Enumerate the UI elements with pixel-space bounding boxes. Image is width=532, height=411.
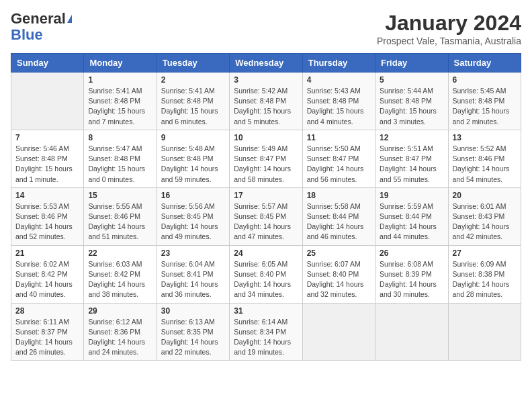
- cell-info: Sunrise: 6:11 AMSunset: 8:37 PMDaylight:…: [15, 317, 79, 358]
- logo-icon: [67, 15, 72, 23]
- page-header: General Blue January 2024 Prospect Vale,…: [11, 11, 521, 46]
- calendar-cell: 29Sunrise: 6:12 AMSunset: 8:36 PMDayligh…: [84, 303, 157, 361]
- cell-info: Sunrise: 5:50 AMSunset: 8:47 PMDaylight:…: [307, 144, 371, 185]
- cell-info: Sunrise: 5:43 AMSunset: 8:48 PMDaylight:…: [307, 86, 371, 127]
- cell-info: Sunrise: 5:41 AMSunset: 8:48 PMDaylight:…: [88, 86, 152, 127]
- calendar-cell: 15Sunrise: 5:55 AMSunset: 8:46 PMDayligh…: [84, 187, 157, 245]
- cell-info: Sunrise: 5:41 AMSunset: 8:48 PMDaylight:…: [161, 86, 225, 127]
- header-friday: Friday: [375, 54, 448, 73]
- day-number: 31: [234, 306, 298, 316]
- day-number: 16: [161, 191, 225, 200]
- day-number: 19: [380, 191, 443, 200]
- cell-info: Sunrise: 5:48 AMSunset: 8:48 PMDaylight:…: [161, 144, 225, 185]
- cell-info: Sunrise: 6:03 AMSunset: 8:42 PMDaylight:…: [88, 259, 152, 300]
- calendar-cell: 5Sunrise: 5:44 AMSunset: 8:48 PMDaylight…: [375, 73, 448, 130]
- calendar-cell: [375, 303, 448, 361]
- calendar-cell: 9Sunrise: 5:48 AMSunset: 8:48 PMDaylight…: [157, 130, 229, 187]
- calendar-cell: [11, 73, 84, 130]
- calendar-week-row: 14Sunrise: 5:53 AMSunset: 8:46 PMDayligh…: [11, 187, 521, 245]
- day-number: 24: [234, 248, 298, 258]
- calendar-cell: 18Sunrise: 5:58 AMSunset: 8:44 PMDayligh…: [302, 187, 375, 245]
- cell-info: Sunrise: 6:13 AMSunset: 8:35 PMDaylight:…: [161, 317, 225, 358]
- day-number: 10: [234, 133, 298, 142]
- calendar-title: January 2024: [377, 11, 521, 36]
- cell-info: Sunrise: 6:12 AMSunset: 8:36 PMDaylight:…: [88, 317, 152, 358]
- calendar-cell: 16Sunrise: 5:56 AMSunset: 8:45 PMDayligh…: [157, 187, 229, 245]
- calendar-week-row: 1Sunrise: 5:41 AMSunset: 8:48 PMDaylight…: [11, 73, 521, 130]
- calendar-cell: 2Sunrise: 5:41 AMSunset: 8:48 PMDaylight…: [157, 73, 229, 130]
- cell-info: Sunrise: 5:52 AMSunset: 8:46 PMDaylight:…: [453, 144, 517, 185]
- cell-info: Sunrise: 5:53 AMSunset: 8:46 PMDaylight:…: [15, 201, 79, 242]
- cell-info: Sunrise: 5:46 AMSunset: 8:48 PMDaylight:…: [15, 144, 79, 185]
- cell-info: Sunrise: 5:45 AMSunset: 8:48 PMDaylight:…: [453, 86, 517, 127]
- day-number: 8: [88, 133, 152, 142]
- day-number: 9: [161, 133, 225, 142]
- cell-info: Sunrise: 5:42 AMSunset: 8:48 PMDaylight:…: [234, 86, 298, 127]
- day-number: 27: [453, 248, 517, 258]
- cell-info: Sunrise: 5:51 AMSunset: 8:47 PMDaylight:…: [380, 144, 443, 185]
- calendar-cell: 19Sunrise: 5:59 AMSunset: 8:44 PMDayligh…: [375, 187, 448, 245]
- calendar-cell: [302, 303, 375, 361]
- cell-info: Sunrise: 6:14 AMSunset: 8:34 PMDaylight:…: [234, 317, 298, 358]
- calendar-cell: 11Sunrise: 5:50 AMSunset: 8:47 PMDayligh…: [302, 130, 375, 187]
- cell-info: Sunrise: 5:57 AMSunset: 8:45 PMDaylight:…: [234, 201, 298, 242]
- day-number: 30: [161, 306, 225, 316]
- cell-info: Sunrise: 5:55 AMSunset: 8:46 PMDaylight:…: [88, 201, 152, 242]
- day-number: 1: [88, 75, 152, 85]
- day-number: 5: [380, 75, 443, 85]
- calendar-cell: 22Sunrise: 6:03 AMSunset: 8:42 PMDayligh…: [84, 245, 157, 303]
- header-tuesday: Tuesday: [157, 54, 229, 73]
- header-saturday: Saturday: [448, 54, 521, 73]
- calendar-cell: 23Sunrise: 6:04 AMSunset: 8:41 PMDayligh…: [157, 245, 229, 303]
- calendar-cell: 31Sunrise: 6:14 AMSunset: 8:34 PMDayligh…: [230, 303, 302, 361]
- cell-info: Sunrise: 5:58 AMSunset: 8:44 PMDaylight:…: [307, 201, 371, 242]
- calendar-table: SundayMondayTuesdayWednesdayThursdayFrid…: [11, 53, 521, 361]
- calendar-cell: 17Sunrise: 5:57 AMSunset: 8:45 PMDayligh…: [230, 187, 302, 245]
- calendar-cell: 25Sunrise: 6:07 AMSunset: 8:40 PMDayligh…: [302, 245, 375, 303]
- calendar-cell: 21Sunrise: 6:02 AMSunset: 8:42 PMDayligh…: [11, 245, 84, 303]
- calendar-cell: 8Sunrise: 5:47 AMSunset: 8:48 PMDaylight…: [84, 130, 157, 187]
- day-number: 17: [234, 191, 298, 200]
- calendar-week-row: 21Sunrise: 6:02 AMSunset: 8:42 PMDayligh…: [11, 245, 521, 303]
- calendar-cell: 1Sunrise: 5:41 AMSunset: 8:48 PMDaylight…: [84, 73, 157, 130]
- day-number: 15: [88, 191, 152, 200]
- header-sunday: Sunday: [11, 54, 84, 73]
- calendar-week-row: 7Sunrise: 5:46 AMSunset: 8:48 PMDaylight…: [11, 130, 521, 187]
- calendar-cell: 28Sunrise: 6:11 AMSunset: 8:37 PMDayligh…: [11, 303, 84, 361]
- header-monday: Monday: [84, 54, 157, 73]
- day-number: 14: [15, 191, 79, 200]
- calendar-cell: 26Sunrise: 6:08 AMSunset: 8:39 PMDayligh…: [375, 245, 448, 303]
- calendar-cell: 30Sunrise: 6:13 AMSunset: 8:35 PMDayligh…: [157, 303, 229, 361]
- cell-info: Sunrise: 6:05 AMSunset: 8:40 PMDaylight:…: [234, 259, 298, 300]
- calendar-cell: 13Sunrise: 5:52 AMSunset: 8:46 PMDayligh…: [448, 130, 521, 187]
- day-number: 18: [307, 191, 371, 200]
- cell-info: Sunrise: 6:08 AMSunset: 8:39 PMDaylight:…: [380, 259, 443, 300]
- day-number: 25: [307, 248, 371, 258]
- calendar-cell: 6Sunrise: 5:45 AMSunset: 8:48 PMDaylight…: [448, 73, 521, 130]
- day-number: 2: [161, 75, 225, 85]
- calendar-cell: 14Sunrise: 5:53 AMSunset: 8:46 PMDayligh…: [11, 187, 84, 245]
- calendar-cell: 20Sunrise: 6:01 AMSunset: 8:43 PMDayligh…: [448, 187, 521, 245]
- day-number: 22: [88, 248, 152, 258]
- day-number: 4: [307, 75, 371, 85]
- calendar-cell: 3Sunrise: 5:42 AMSunset: 8:48 PMDaylight…: [230, 73, 302, 130]
- calendar-subtitle: Prospect Vale, Tasmania, Australia: [377, 36, 521, 46]
- day-number: 6: [453, 75, 517, 85]
- calendar-cell: 12Sunrise: 5:51 AMSunset: 8:47 PMDayligh…: [375, 130, 448, 187]
- cell-info: Sunrise: 5:59 AMSunset: 8:44 PMDaylight:…: [380, 201, 443, 242]
- day-number: 26: [380, 248, 443, 258]
- cell-info: Sunrise: 5:49 AMSunset: 8:47 PMDaylight:…: [234, 144, 298, 185]
- cell-info: Sunrise: 6:02 AMSunset: 8:42 PMDaylight:…: [15, 259, 79, 300]
- logo-blue: Blue: [11, 27, 43, 43]
- cell-info: Sunrise: 5:44 AMSunset: 8:48 PMDaylight:…: [380, 86, 443, 127]
- day-number: 29: [88, 306, 152, 316]
- calendar-cell: 7Sunrise: 5:46 AMSunset: 8:48 PMDaylight…: [11, 130, 84, 187]
- day-number: 11: [307, 133, 371, 142]
- day-number: 13: [453, 133, 517, 142]
- header-thursday: Thursday: [302, 54, 375, 73]
- calendar-cell: 27Sunrise: 6:09 AMSunset: 8:38 PMDayligh…: [448, 245, 521, 303]
- day-number: 23: [161, 248, 225, 258]
- cell-info: Sunrise: 5:47 AMSunset: 8:48 PMDaylight:…: [88, 144, 152, 185]
- calendar-cell: 24Sunrise: 6:05 AMSunset: 8:40 PMDayligh…: [230, 245, 302, 303]
- cell-info: Sunrise: 6:04 AMSunset: 8:41 PMDaylight:…: [161, 259, 225, 300]
